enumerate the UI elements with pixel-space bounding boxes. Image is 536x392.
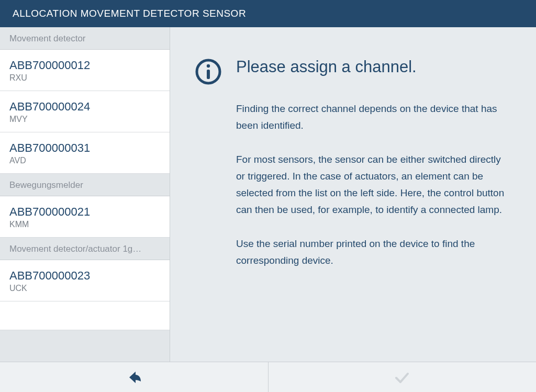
title-bar: ALLOCATION MOVEMENT DETECTOR SENSOR — [0, 0, 536, 27]
device-serial: ABB700000024 — [9, 100, 160, 114]
device-list-item[interactable]: ABB700000023 UCK — [0, 260, 170, 301]
info-text-block: Please assign a channel. Finding the cor… — [236, 58, 507, 341]
title-text: ALLOCATION MOVEMENT DETECTOR SENSOR — [13, 8, 246, 19]
section-header: Bewegungsmelder — [0, 174, 170, 196]
device-code: RXU — [9, 73, 160, 83]
svg-point-1 — [207, 64, 210, 68]
back-arrow-icon — [125, 368, 143, 386]
device-code: AVD — [9, 156, 160, 165]
device-code: UCK — [9, 284, 160, 293]
info-paragraph: Use the serial number printed on the dev… — [236, 236, 507, 270]
device-code: MVY — [9, 115, 160, 124]
device-list-item[interactable]: ABB700000024 MVY — [0, 91, 170, 132]
content-area: Movement detector ABB700000012 RXU ABB70… — [0, 27, 536, 362]
device-code: KMM — [9, 220, 160, 229]
device-list-item[interactable]: ABB700000012 RXU — [0, 50, 170, 91]
device-list-item[interactable]: ABB700000021 KMM — [0, 196, 170, 238]
section-header: Movement detector/actuator 1g… — [0, 238, 170, 260]
device-sidebar: Movement detector ABB700000012 RXU ABB70… — [0, 27, 170, 362]
info-icon-container — [195, 58, 221, 341]
info-paragraph: For most sensors, the sensor can be eith… — [236, 151, 507, 219]
device-serial: ABB700000012 — [9, 59, 160, 72]
confirm-button[interactable] — [269, 362, 537, 392]
device-serial: ABB700000031 — [9, 141, 160, 155]
svg-rect-2 — [207, 70, 210, 79]
assign-channel-heading: Please assign a channel. — [236, 58, 507, 76]
empty-list-space — [0, 301, 170, 330]
main-panel: Please assign a channel. Finding the cor… — [170, 27, 536, 362]
device-serial: ABB700000023 — [9, 269, 160, 283]
info-icon — [195, 59, 221, 85]
section-header: Movement detector — [0, 27, 170, 50]
device-serial: ABB700000021 — [9, 205, 160, 219]
check-icon — [393, 368, 411, 386]
device-list-item[interactable]: ABB700000031 AVD — [0, 132, 170, 174]
footer-bar — [0, 362, 536, 392]
info-paragraph: Finding the correct channel depends on t… — [236, 100, 507, 135]
back-button[interactable] — [0, 362, 269, 392]
